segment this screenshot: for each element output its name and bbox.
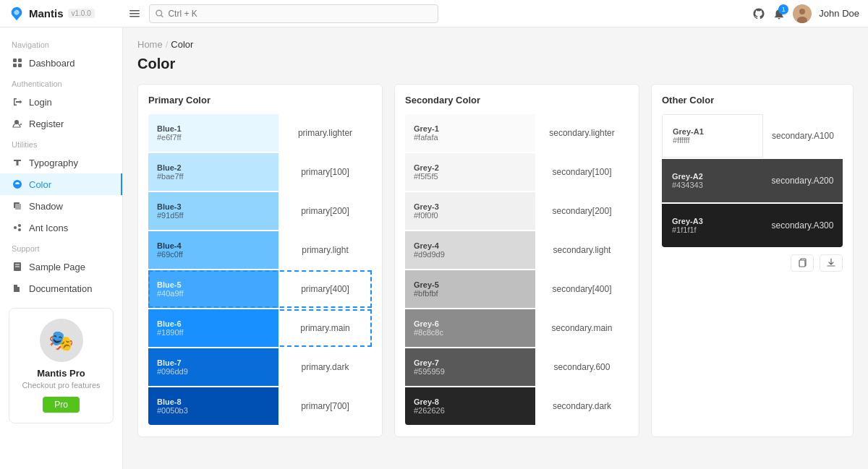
header: Mantis v1.0.0 1 xyxy=(0,0,868,27)
swatch-name: Grey-4 xyxy=(414,241,527,250)
other-swatch-hex: #1f1f1f xyxy=(672,225,752,234)
swatch-color-block: Grey-1#fafafa xyxy=(405,114,535,152)
svg-rect-10 xyxy=(13,64,17,67)
swatch-name: Grey-3 xyxy=(414,202,527,211)
swatch-grey-8: Grey-8#262626secondary.dark xyxy=(405,387,629,425)
bell-icon[interactable]: 1 xyxy=(773,7,786,20)
swatch-label: primary[100] xyxy=(278,153,372,191)
sidebar-item-typography[interactable]: Typography xyxy=(0,152,122,173)
sidebar-typography-label: Typography xyxy=(29,158,78,168)
other-panel-title: Other Color xyxy=(662,95,843,106)
svg-rect-14 xyxy=(15,204,21,210)
swatch-name: Grey-6 xyxy=(414,319,527,328)
primary-color-panel: Primary Color Blue-1#e6f7ffprimary.light… xyxy=(137,84,383,437)
swatch-color-block: Grey-8#262626 xyxy=(405,387,535,425)
swatch-color-block: Blue-3#91d5ff xyxy=(148,192,278,230)
swatch-hex: #f0f0f0 xyxy=(414,211,527,220)
swatch-hex: #8c8c8c xyxy=(414,328,527,337)
secondary-swatches: Grey-1#fafafasecondary.lighterGrey-2#f5f… xyxy=(405,114,629,425)
swatch-label: secondary.dark xyxy=(535,387,629,425)
breadcrumb-home[interactable]: Home xyxy=(137,39,163,50)
swatch-color-block: Grey-3#f0f0f0 xyxy=(405,192,535,230)
other-swatch-color-block: Grey-A3#1f1f1f xyxy=(662,204,762,247)
pro-card: 🎭 Mantis Pro Checkout pro features Pro xyxy=(9,308,114,423)
sidebar-register-label: Register xyxy=(29,119,64,129)
github-icon[interactable] xyxy=(752,7,765,20)
sidebar-sample-page-label: Sample Page xyxy=(29,262,85,272)
pro-button[interactable]: Pro xyxy=(43,397,80,413)
menu-icon xyxy=(129,8,140,20)
other-swatch-name: Grey-A3 xyxy=(672,217,752,225)
sidebar-item-dashboard[interactable]: Dashboard xyxy=(0,52,122,74)
primary-panel-title: Primary Color xyxy=(148,95,372,106)
swatch-color-block: Blue-1#e6f7ff xyxy=(148,114,278,152)
menu-button[interactable] xyxy=(126,5,143,22)
swatch-hex: #262626 xyxy=(414,406,527,415)
sidebar-color-label: Color xyxy=(29,179,51,190)
login-icon xyxy=(12,96,23,108)
swatch-color-block: Grey-7#595959 xyxy=(405,348,535,386)
search-input[interactable] xyxy=(168,9,432,19)
breadcrumb-separator: / xyxy=(166,39,169,50)
swatch-label: primary.light xyxy=(278,231,372,269)
sidebar-item-shadow[interactable]: Shadow xyxy=(0,195,122,217)
sidebar-item-login[interactable]: Login xyxy=(0,91,122,113)
swatch-name: Blue-4 xyxy=(157,241,270,250)
swatch-color-block: Grey-4#d9d9d9 xyxy=(405,231,535,269)
nav-section-label: Navigation xyxy=(0,35,122,52)
copy-button[interactable] xyxy=(791,254,814,272)
sidebar-item-sample-page[interactable]: Sample Page xyxy=(0,256,122,277)
app-title: Mantis xyxy=(29,7,64,20)
other-swatch-label: secondary.A100 xyxy=(763,114,843,158)
auth-section-label: Authentication xyxy=(0,74,122,91)
primary-swatches: Blue-1#e6f7ffprimary.lighterBlue-2#bae7f… xyxy=(148,114,372,425)
swatch-label: secondary[200] xyxy=(535,192,629,230)
other-swatch-name: Grey-A1 xyxy=(673,127,752,136)
swatch-color-block: Blue-6#1890ff xyxy=(148,309,278,347)
sidebar-item-documentation[interactable]: Documentation xyxy=(0,277,122,299)
page-title: Color xyxy=(137,56,854,72)
logo-area: Mantis v1.0.0 xyxy=(9,6,117,22)
swatch-name: Blue-5 xyxy=(157,280,270,289)
swatch-name: Blue-1 xyxy=(157,124,270,133)
swatch-label: secondary.600 xyxy=(535,348,629,386)
search-bar[interactable] xyxy=(149,4,438,23)
other-swatch-hex: #434343 xyxy=(672,181,752,189)
swatch-color-block: Blue-8#0050b3 xyxy=(148,387,278,425)
pro-avatar: 🎭 xyxy=(40,319,83,362)
sidebar-item-color[interactable]: Color xyxy=(0,173,122,195)
swatch-name: Grey-5 xyxy=(414,280,527,289)
panel-actions xyxy=(662,249,843,272)
svg-point-3 xyxy=(156,10,162,16)
swatch-grey-3: Grey-3#f0f0f0secondary[200] xyxy=(405,192,629,230)
swatch-hex: #0050b3 xyxy=(157,406,270,415)
sidebar-item-register[interactable]: Register xyxy=(0,113,122,134)
swatch-hex: #d9d9d9 xyxy=(414,250,527,259)
swatch-name: Blue-7 xyxy=(157,358,270,367)
swatch-color-block: Blue-2#bae7ff xyxy=(148,153,278,191)
avatar xyxy=(793,4,812,23)
other-swatch-name: Grey-A2 xyxy=(672,172,752,181)
dashboard-icon xyxy=(12,57,23,69)
swatch-grey-1: Grey-1#fafafasecondary.lighter xyxy=(405,114,629,152)
swatch-hex: #595959 xyxy=(414,367,527,376)
swatch-hex: #40a9ff xyxy=(157,289,270,298)
documentation-icon xyxy=(12,283,23,294)
swatch-blue-5: Blue-5#40a9ffprimary[400] xyxy=(148,270,372,308)
swatch-blue-6: Blue-6#1890ffprimary.main xyxy=(148,309,372,347)
swatch-blue-2: Blue-2#bae7ffprimary[100] xyxy=(148,153,372,191)
sample-page-icon xyxy=(12,261,23,272)
export-button[interactable] xyxy=(820,254,843,272)
swatch-hex: #1890ff xyxy=(157,328,270,337)
swatch-label: primary.main xyxy=(278,309,372,347)
swatch-label: secondary.lighter xyxy=(535,114,629,152)
copy-icon xyxy=(797,258,807,268)
sidebar-item-ant-icons[interactable]: Ant Icons xyxy=(0,217,122,238)
swatch-hex: #e6f7ff xyxy=(157,133,270,142)
notification-badge: 1 xyxy=(778,4,788,14)
header-center xyxy=(126,4,744,23)
search-icon xyxy=(156,9,163,18)
other-swatch-label: secondary.A200 xyxy=(762,159,843,202)
swatch-label: primary.dark xyxy=(278,348,372,386)
svg-line-4 xyxy=(161,14,163,17)
